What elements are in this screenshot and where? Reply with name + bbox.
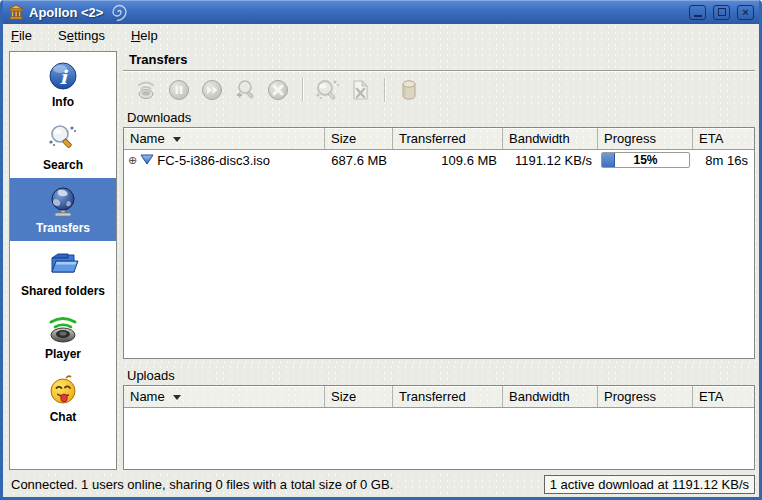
column-header-eta[interactable]: ETA: [693, 128, 754, 149]
sidebar: i Info Search: [9, 51, 117, 470]
titlebar[interactable]: Apollon <2> ×: [3, 0, 759, 24]
info-icon: i: [46, 59, 80, 93]
sidebar-item-label: Player: [45, 347, 81, 361]
downloads-header: Name Size Transferred Bandwidth Progress…: [124, 128, 754, 150]
progress-label: 15%: [602, 153, 689, 168]
menu-file[interactable]: File: [11, 28, 32, 43]
toolbar-separator: [302, 78, 303, 102]
column-header-size[interactable]: Size: [325, 386, 393, 407]
active-downloads-status: 1 active download at 1191.12 KB/s: [544, 475, 755, 494]
download-row[interactable]: ⊕ FC-5-i386-disc3.iso 687.6 MB 109.6 MB: [124, 150, 754, 170]
download-size: 687.6 MB: [325, 153, 393, 168]
sidebar-item-player[interactable]: Player: [10, 304, 116, 367]
download-file-name: FC-5-i386-disc3.iso: [157, 153, 270, 168]
resume-icon[interactable]: [199, 77, 225, 103]
column-header-eta[interactable]: ETA: [693, 386, 754, 407]
sidebar-item-transfers[interactable]: Transfers: [10, 178, 116, 241]
transfers-panel: Transfers: [123, 51, 755, 470]
player-speaker-icon: [46, 311, 80, 345]
column-header-name[interactable]: Name: [124, 386, 325, 407]
content-area: i Info Search: [3, 46, 759, 472]
sidebar-item-chat[interactable]: Chat: [10, 367, 116, 430]
sidebar-item-shared-folders[interactable]: Shared folders: [10, 241, 116, 304]
swirl-icon: [108, 2, 128, 22]
sidebar-item-info[interactable]: i Info: [10, 52, 116, 115]
apollon-window: Apollon <2> × File Settings Help: [0, 0, 762, 500]
uploads-table: Name Size Transferred Bandwidth Progress…: [123, 385, 755, 470]
sidebar-item-label: Chat: [50, 410, 77, 424]
new-search-icon[interactable]: [314, 77, 340, 103]
temple-icon: [8, 4, 24, 20]
expand-icon[interactable]: ⊕: [128, 155, 137, 166]
toolbar-separator: [384, 78, 385, 102]
column-header-progress[interactable]: Progress: [598, 128, 693, 149]
database-icon[interactable]: [396, 77, 422, 103]
download-bandwidth: 1191.12 KB/s: [503, 153, 598, 168]
sidebar-item-search[interactable]: Search: [10, 115, 116, 178]
column-header-bandwidth[interactable]: Bandwidth: [503, 386, 598, 407]
maximize-button[interactable]: [713, 5, 730, 20]
clear-icon[interactable]: [347, 77, 373, 103]
connection-status: Connected. 1 users online, sharing 0 fil…: [11, 477, 536, 492]
panel-title: Transfers: [123, 51, 755, 70]
search-icon: [46, 122, 80, 156]
column-header-transferred[interactable]: Transferred: [393, 128, 503, 149]
find-more-sources-icon[interactable]: [232, 77, 258, 103]
window-title: Apollon <2>: [29, 5, 103, 20]
statusbar: Connected. 1 users online, sharing 0 fil…: [3, 472, 759, 497]
sidebar-item-label: Shared folders: [21, 284, 105, 298]
column-header-bandwidth[interactable]: Bandwidth: [503, 128, 598, 149]
cancel-icon[interactable]: [265, 77, 291, 103]
sidebar-item-label: Transfers: [36, 221, 90, 235]
column-header-size[interactable]: Size: [325, 128, 393, 149]
column-header-transferred[interactable]: Transferred: [393, 386, 503, 407]
chat-smiley-icon: [46, 374, 80, 408]
downloads-label: Downloads: [123, 108, 755, 127]
download-eta: 8m 16s: [693, 153, 754, 168]
download-file-icon: [140, 154, 154, 166]
shared-folder-icon: [46, 248, 80, 282]
uploads-label: Uploads: [123, 366, 755, 385]
column-header-name[interactable]: Name: [124, 128, 325, 149]
sidebar-item-label: Search: [43, 158, 83, 172]
download-transferred: 109.6 MB: [393, 153, 503, 168]
uploads-header: Name Size Transferred Bandwidth Progress…: [124, 386, 754, 408]
pause-icon[interactable]: [166, 77, 192, 103]
transfers-toolbar: [123, 72, 755, 108]
sort-descending-icon: [173, 395, 181, 400]
uploads-body: [124, 408, 754, 469]
download-progress-bar: 15%: [601, 152, 690, 168]
sort-descending-icon: [173, 137, 181, 142]
downloads-table: Name Size Transferred Bandwidth Progress…: [123, 127, 755, 359]
close-button[interactable]: ×: [737, 5, 754, 20]
connect-icon[interactable]: [133, 77, 159, 103]
minimize-button[interactable]: [689, 5, 706, 20]
downloads-body: ⊕ FC-5-i386-disc3.iso 687.6 MB 109.6 MB: [124, 150, 754, 358]
pane-splitter[interactable]: [123, 359, 755, 366]
menu-help[interactable]: Help: [131, 28, 158, 43]
menubar: File Settings Help: [3, 24, 759, 46]
menu-settings[interactable]: Settings: [58, 28, 105, 43]
column-header-progress[interactable]: Progress: [598, 386, 693, 407]
transfers-globe-icon: [46, 185, 80, 219]
sidebar-item-label: Info: [52, 95, 74, 109]
